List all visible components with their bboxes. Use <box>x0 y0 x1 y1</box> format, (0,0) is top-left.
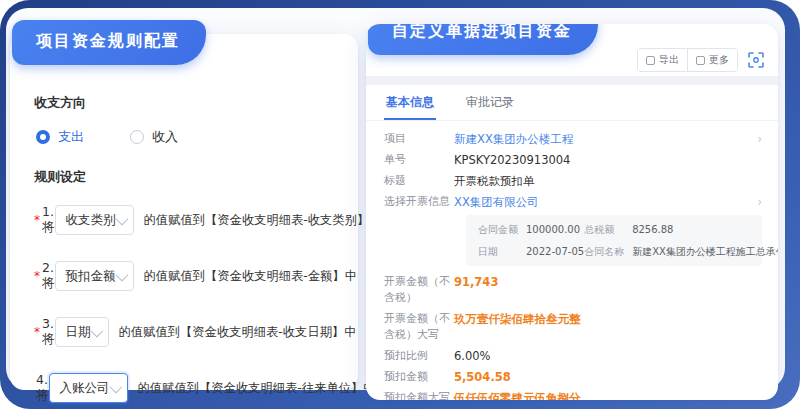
rule-config-panel: 项目资金规则配置 收支方向 支出 收入 规则设定 * <box>10 34 358 390</box>
radio-income[interactable]: 收入 <box>130 128 178 146</box>
export-button-label: 导出 <box>659 53 679 67</box>
rule-row-2: * 2. 将 预扣金额 的值赋值到【资金收支明细表-金额】中 <box>34 260 338 292</box>
field-label: 开票金额（不含税） <box>384 274 454 306</box>
more-icon <box>696 56 705 65</box>
required-marker: * <box>34 213 40 227</box>
export-button[interactable]: 导出 <box>638 49 687 71</box>
tab-approval-records[interactable]: 审批记录 <box>464 85 516 120</box>
field-withhold-amount-caps: 预扣金额大写 伍仟伍佰零肆元伍角捌分 <box>384 390 762 400</box>
screenshot-frame: 项目资金规则配置 收支方向 支出 收入 规则设定 * <box>0 0 800 409</box>
invoice-amount-value: 91,743 <box>454 274 498 290</box>
rule-config-title: 项目资金规则配置 <box>12 20 206 65</box>
rule-number: 3. 将 <box>42 316 55 348</box>
chevron-down-icon <box>115 212 128 225</box>
doc-no-value: KPSKY20230913004 <box>454 152 570 168</box>
rule-3-field-select[interactable]: 日期 <box>55 317 109 347</box>
contract-name: 合同名称 新建XX集团办公楼工程施工总承包合同 <box>584 245 778 258</box>
field-label: 选择开票信息 <box>384 194 454 210</box>
required-marker: * <box>34 325 40 339</box>
more-button-label: 更多 <box>709 53 729 67</box>
document-detail-panel: 自定义单据进项目资金 导出 更多 <box>366 24 778 400</box>
rule-row-1: * 1. 将 收支类别 的值赋值到【资金收支明细表-收支类别】中 <box>34 204 338 236</box>
withhold-amount-value: 5,504.58 <box>454 369 511 385</box>
field-label: 开票金额（不含税）大写 <box>384 311 454 343</box>
rule-number: 4. 将 <box>36 372 49 404</box>
rule-1-field-select[interactable]: 收支类别 <box>55 205 134 235</box>
rule-2-field-select[interactable]: 预扣金额 <box>55 261 134 291</box>
invoice-info-link[interactable]: XX集团有限公司 <box>454 194 539 210</box>
withhold-ratio-value: 6.00% <box>454 348 491 364</box>
contract-date: 日期 2022-07-05 <box>478 245 584 258</box>
field-doc-no: 单号 KPSKY20230913004 <box>384 152 762 168</box>
content-background: 项目资金规则配置 收支方向 支出 收入 规则设定 * <box>6 8 785 390</box>
rule-2-suffix: 的值赋值到【资金收支明细表-金额】中 <box>144 268 357 285</box>
field-project[interactable]: 项目 新建XX集团办公楼工程 › <box>384 131 762 147</box>
contract-tax: 总税额 8256.88 <box>584 223 778 236</box>
header-divider <box>366 76 778 85</box>
contract-summary-box: 合同金额 100000.00 总税额 8256.88 日期 2022-07-05… <box>466 215 762 266</box>
rule-2-select-value: 预扣金额 <box>66 268 116 285</box>
radio-income-label: 收入 <box>152 128 178 146</box>
contract-amount: 合同金额 100000.00 <box>478 223 584 236</box>
basic-info-fields: 项目 新建XX集团办公楼工程 › 单号 KPSKY20230913004 标题 … <box>366 121 778 400</box>
export-icon <box>646 56 655 65</box>
field-withhold-amount: 预扣金额 5,504.58 <box>384 369 762 385</box>
rule-row-3: * 3. 将 日期 的值赋值到【资金收支明细表-收支日期】中 <box>34 316 338 348</box>
direction-label: 收支方向 <box>34 94 338 112</box>
radio-unselected-icon[interactable] <box>130 130 144 144</box>
rule-3-select-value: 日期 <box>66 324 91 341</box>
direction-radio-group: 支出 收入 <box>36 128 338 146</box>
radio-expense[interactable]: 支出 <box>36 128 84 146</box>
rule-number: 1. 将 <box>42 204 55 236</box>
rule-4-suffix: 的值赋值到【资金收支明细表-往来单位】中 <box>138 380 376 397</box>
field-invoice-info[interactable]: 选择开票信息 XX集团有限公司 › <box>384 194 762 210</box>
field-label: 预扣金额 <box>384 369 454 385</box>
rule-number: 2. 将 <box>42 260 55 292</box>
field-invoice-amount: 开票金额（不含税） 91,743 <box>384 274 762 306</box>
field-invoice-amount-caps: 开票金额（不含税）大写 玖万壹仟柒佰肆拾叁元整 <box>384 311 762 343</box>
title-value: 开票税款预扣单 <box>454 173 535 189</box>
rule-4-field-select[interactable]: 入账公司 <box>49 373 128 403</box>
field-label: 单号 <box>384 152 454 168</box>
chevron-down-icon <box>115 268 128 281</box>
field-title: 标题 开票税款预扣单 <box>384 173 762 189</box>
radio-selected-icon[interactable] <box>36 130 50 144</box>
chevron-right-icon[interactable]: › <box>757 194 762 210</box>
field-label: 标题 <box>384 173 454 189</box>
field-label: 预扣金额大写 <box>384 390 454 400</box>
radio-expense-label: 支出 <box>58 128 84 146</box>
project-link[interactable]: 新建XX集团办公楼工程 <box>454 131 573 147</box>
rules-label: 规则设定 <box>34 168 338 186</box>
invoice-amount-caps-value: 玖万壹仟柒佰肆拾叁元整 <box>454 311 581 327</box>
fullscreen-icon[interactable] <box>748 52 764 68</box>
field-label: 预扣比例 <box>384 348 454 364</box>
chevron-down-icon <box>90 324 103 337</box>
chevron-right-icon[interactable]: › <box>757 131 762 147</box>
rule-4-select-value: 入账公司 <box>60 380 110 397</box>
rules-list: * 1. 将 收支类别 的值赋值到【资金收支明细表-收支类别】中 * 2. 将 … <box>34 204 338 404</box>
required-marker: * <box>34 269 40 283</box>
tab-basic-info[interactable]: 基本信息 <box>384 85 436 120</box>
detail-tabs: 基本信息 审批记录 <box>366 85 778 121</box>
field-label: 项目 <box>384 131 454 147</box>
field-withhold-ratio: 预扣比例 6.00% <box>384 348 762 364</box>
rule-3-suffix: 的值赋值到【资金收支明细表-收支日期】中 <box>119 324 357 341</box>
chevron-down-icon <box>109 380 122 393</box>
rule-1-suffix: 的值赋值到【资金收支明细表-收支类别】中 <box>144 212 382 229</box>
more-button[interactable]: 更多 <box>687 49 737 71</box>
document-toolbar: 导出 更多 <box>637 48 764 72</box>
withhold-amount-caps-value: 伍仟伍佰零肆元伍角捌分 <box>454 390 581 400</box>
rule-row-4: 4. 将 入账公司 的值赋值到【资金收支明细表-往来单位】中 <box>34 372 338 404</box>
rule-1-select-value: 收支类别 <box>66 212 116 229</box>
